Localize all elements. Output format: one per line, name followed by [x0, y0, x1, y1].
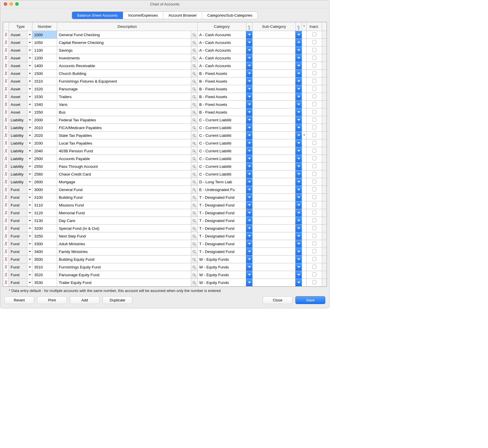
description-field[interactable]: Mortgage — [57, 178, 191, 186]
subcategory-select[interactable] — [253, 108, 302, 116]
description-field[interactable]: Parsonage — [57, 85, 191, 93]
inactive-checkbox[interactable] — [312, 226, 316, 230]
chevron-down-icon[interactable] — [27, 93, 32, 100]
subcategory-select[interactable] — [253, 70, 302, 77]
default-account-marker[interactable] — [302, 232, 307, 240]
inactive-checkbox[interactable] — [312, 87, 316, 91]
type-select[interactable]: Fund — [9, 225, 32, 232]
chevron-down-icon[interactable] — [295, 132, 302, 139]
category-select[interactable]: W - Equity Funds — [197, 279, 252, 286]
inactive-checkbox[interactable] — [312, 241, 316, 246]
number-field[interactable]: 3250 — [32, 232, 57, 240]
search-icon[interactable] — [191, 155, 197, 162]
search-icon[interactable] — [191, 108, 197, 116]
default-account-marker[interactable] — [302, 54, 307, 62]
chevron-down-icon[interactable] — [27, 163, 32, 170]
number-field[interactable]: 3510 — [32, 263, 57, 271]
delete-row-button[interactable]: X — [3, 201, 9, 209]
chevron-down-icon[interactable] — [246, 147, 252, 155]
inactive-checkbox[interactable] — [312, 149, 316, 153]
chevron-down-icon[interactable] — [246, 62, 252, 69]
chevron-down-icon[interactable] — [295, 178, 302, 186]
chevron-down-icon[interactable] — [246, 39, 252, 46]
description-field[interactable]: Adult Ministries — [57, 240, 191, 248]
zoom-window-icon[interactable] — [15, 2, 19, 6]
default-account-marker[interactable] — [302, 170, 307, 178]
default-account-marker[interactable] — [302, 85, 307, 93]
inactive-checkbox[interactable] — [312, 187, 316, 191]
chevron-down-icon[interactable] — [295, 93, 302, 100]
inactive-checkbox[interactable] — [312, 272, 316, 276]
chevron-down-icon[interactable] — [246, 85, 252, 93]
search-icon[interactable] — [191, 70, 197, 77]
type-select[interactable]: Liability — [9, 178, 32, 186]
inactive-checkbox[interactable] — [312, 56, 316, 60]
type-select[interactable]: Asset — [9, 54, 32, 62]
description-field[interactable]: Federal Tax Payables — [57, 116, 191, 124]
chevron-down-icon[interactable] — [295, 225, 302, 232]
number-field[interactable]: 1000 — [32, 31, 57, 38]
chevron-down-icon[interactable] — [27, 217, 32, 224]
inactive-checkbox[interactable] — [312, 32, 316, 36]
chevron-down-icon[interactable] — [295, 271, 302, 278]
default-account-marker[interactable] — [302, 108, 307, 116]
delete-row-button[interactable]: X — [3, 124, 9, 131]
category-select[interactable]: C - Current Liabiliti — [197, 132, 252, 139]
inactive-checkbox[interactable] — [312, 118, 316, 122]
description-field[interactable]: Family Ministries — [57, 248, 191, 255]
chevron-down-icon[interactable] — [246, 201, 252, 209]
number-field[interactable]: 3300 — [32, 240, 57, 248]
default-account-marker[interactable] — [302, 256, 307, 263]
chevron-down-icon[interactable] — [27, 248, 32, 255]
search-icon[interactable] — [191, 46, 197, 54]
delete-row-button[interactable]: X — [3, 225, 9, 232]
chevron-down-icon[interactable] — [27, 132, 32, 139]
number-field[interactable]: 1200 — [32, 54, 57, 62]
chevron-down-icon[interactable] — [246, 54, 252, 62]
subcategory-select[interactable] — [253, 170, 302, 178]
inactive-checkbox[interactable] — [312, 71, 316, 75]
category-select[interactable]: T - Designated Fund — [197, 194, 252, 201]
search-icon[interactable] — [191, 225, 197, 232]
delete-row-button[interactable]: X — [3, 232, 9, 240]
chevron-down-icon[interactable] — [246, 155, 252, 162]
search-icon[interactable] — [191, 77, 197, 85]
default-account-marker[interactable] — [302, 116, 307, 124]
type-select[interactable]: Fund — [9, 232, 32, 240]
subcategory-select[interactable] — [253, 240, 302, 248]
default-account-marker[interactable] — [302, 248, 307, 256]
inactive-checkbox[interactable] — [312, 63, 316, 67]
description-field[interactable]: Missions Fund — [57, 201, 191, 209]
col-number[interactable]: Number — [32, 22, 57, 31]
chevron-down-icon[interactable] — [27, 39, 32, 46]
search-icon[interactable] — [191, 54, 197, 62]
type-select[interactable]: Liability — [9, 155, 32, 162]
chevron-down-icon[interactable] — [295, 232, 302, 240]
category-select[interactable]: B - Fixed Assets — [197, 77, 252, 85]
description-field[interactable]: Accounts Receivable — [57, 62, 191, 69]
subcategory-select[interactable] — [253, 155, 302, 162]
number-field[interactable]: 1050 — [32, 39, 57, 46]
subcategory-select[interactable] — [253, 232, 302, 240]
subcategory-select[interactable] — [253, 116, 302, 124]
inactive-checkbox[interactable] — [312, 141, 316, 145]
chevron-down-icon[interactable] — [295, 39, 302, 46]
chevron-down-icon[interactable] — [27, 271, 32, 278]
chevron-down-icon[interactable] — [27, 240, 32, 248]
default-account-marker[interactable] — [302, 62, 307, 70]
inactive-checkbox[interactable] — [312, 79, 316, 83]
chevron-down-icon[interactable] — [27, 85, 32, 93]
subcategory-select[interactable] — [253, 85, 302, 93]
search-icon[interactable] — [191, 139, 197, 147]
category-select[interactable]: C - Current Liabiliti — [197, 155, 252, 162]
chevron-down-icon[interactable] — [246, 31, 252, 38]
chevron-down-icon[interactable] — [295, 85, 302, 93]
type-select[interactable]: Fund — [9, 217, 32, 224]
description-field[interactable]: General Fund Checking — [57, 31, 191, 38]
subcategory-select[interactable] — [253, 194, 302, 201]
subcategory-select[interactable] — [253, 39, 302, 46]
chevron-down-icon[interactable] — [295, 77, 302, 85]
chevron-down-icon[interactable] — [295, 101, 302, 108]
add-button[interactable]: Add — [70, 296, 100, 304]
chevron-down-icon[interactable] — [246, 170, 252, 178]
